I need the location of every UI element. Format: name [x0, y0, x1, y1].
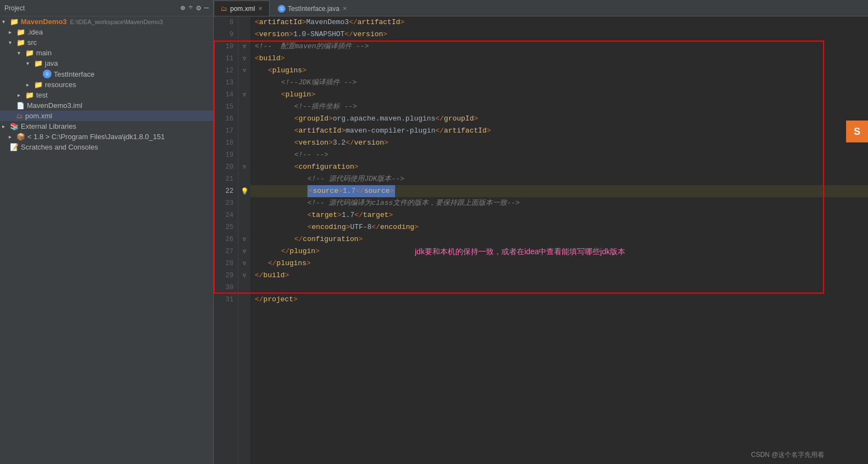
ln-26: 26: [226, 233, 233, 245]
tree-label-resources: resources: [45, 81, 76, 89]
pom-icon: 🗂: [16, 112, 23, 120]
bracket: <: [307, 221, 312, 233]
tree-item-idea[interactable]: ▸ 📁 .idea: [0, 27, 213, 37]
code-line-23: <!-- 源代码编译为class文件的版本，要保持跟上面版本一致-->: [250, 197, 868, 209]
bracket: </: [346, 137, 355, 149]
expand-arrow-test: ▸: [18, 92, 25, 98]
expand-arrow-main: ▾: [18, 50, 25, 56]
bracket: </: [345, 28, 353, 41]
editor-area: 🗂 pom.xml ✕ ① TestInterface.java ✕ 8 9 1…: [214, 0, 868, 464]
bracket: <: [255, 16, 259, 28]
tree-item-testinterface[interactable]: ① TestInterface: [0, 68, 213, 79]
minimize-icon[interactable]: —: [204, 3, 209, 13]
text: org.apache.maven.plugins: [333, 113, 435, 125]
ln-21: 21: [226, 173, 233, 185]
bracket: </: [372, 221, 380, 233]
tree-label-jdk18: < 1.8 > C:\Program Files\Java\jdk1.8.0_1…: [27, 133, 165, 141]
tag: configuration: [299, 161, 354, 173]
tree-item-resources[interactable]: ▸ 📁 resources: [0, 79, 213, 90]
tag: plugin: [285, 89, 311, 101]
tree-item-src[interactable]: ▾ 📁 src: [0, 37, 213, 48]
ln-29: 29: [226, 270, 233, 282]
tree-label-mavendemo3iml: MavenDemo3.iml: [27, 101, 82, 110]
bracket: >: [328, 113, 333, 125]
jdk-icon: 📦: [16, 133, 25, 141]
bracket: </: [435, 113, 444, 125]
bracket: </: [294, 233, 303, 245]
expand-arrow-src: ▾: [9, 39, 16, 45]
fold-10: ▽: [243, 43, 246, 50]
pom-tab-icon: 🗂: [221, 5, 227, 13]
bracket: >: [302, 16, 306, 28]
bracket: </: [281, 245, 290, 257]
sidebar-title: Project: [4, 4, 180, 12]
split-icon[interactable]: ÷: [189, 3, 193, 13]
gutter-26[interactable]: ▽: [238, 233, 250, 245]
tree-item-test[interactable]: ▸ 📁 test: [0, 90, 213, 100]
folder-icon-extlibs: 📚: [10, 122, 19, 130]
folder-icon-idea: 📁: [16, 28, 25, 36]
expand-arrow-java: ▾: [26, 60, 34, 66]
tree-item-extlibs[interactable]: ▸ 📚 External Libraries: [0, 121, 213, 131]
test-tab-icon: ①: [278, 5, 285, 13]
bracket: >: [354, 161, 358, 173]
tree-item-scratches[interactable]: 📝 Scratches and Consoles: [0, 142, 213, 152]
ln-27: 27: [226, 245, 233, 257]
bracket: <: [281, 89, 285, 101]
code-line-10: <!-- 配置maven的编译插件 -->: [250, 41, 868, 53]
tab-test-label: TestInterface.java: [288, 5, 339, 13]
fold-26: ▽: [243, 236, 246, 243]
gutter-20[interactable]: ▽: [238, 161, 250, 173]
comment-10: <!-- 配置maven的编译插件 -->: [255, 41, 369, 53]
code-area[interactable]: <artifactId>MavenDemo3</artifactId> <ver…: [250, 16, 868, 464]
gutter-27[interactable]: ▽: [238, 245, 250, 257]
sogou-input-icon[interactable]: S: [846, 121, 868, 142]
bracket: >: [328, 137, 333, 149]
gutter-8: [238, 16, 250, 28]
fold-14: ▽: [243, 91, 246, 98]
tree-item-main[interactable]: ▾ 📁 main: [0, 48, 213, 58]
add-icon[interactable]: ⊕: [180, 3, 185, 13]
tab-pom-close[interactable]: ✕: [258, 5, 262, 12]
tree-item-pomxml[interactable]: 🗂 pom.xml: [0, 111, 213, 121]
bracket: >: [281, 53, 285, 65]
comment-19: <!-- -->: [294, 149, 328, 161]
folder-icon-main: 📁: [25, 49, 34, 57]
tree-label-src: src: [27, 38, 37, 47]
tag: configuration: [303, 233, 358, 245]
bracket: >: [414, 221, 419, 233]
tree-item-jdk18[interactable]: ▸ 📦 < 1.8 > C:\Program Files\Java\jdk1.8…: [0, 131, 213, 142]
bracket: >: [389, 209, 393, 221]
text: MavenDemo3: [306, 16, 349, 28]
gutter-11[interactable]: ▽: [238, 53, 250, 65]
ln-11: 11: [226, 53, 233, 65]
tree-label-idea: .idea: [27, 28, 43, 36]
gutter-29[interactable]: ▽: [238, 270, 250, 282]
tab-test-close[interactable]: ✕: [342, 5, 347, 12]
tree-label-scratches: Scratches and Consoles: [21, 143, 98, 151]
gutter-10[interactable]: ▽: [238, 41, 250, 53]
tree-label-main: main: [36, 49, 52, 57]
tag: target: [363, 209, 389, 221]
ln-18: 18: [226, 137, 233, 149]
bracket: <: [255, 28, 259, 41]
code-line-12: <plugins>: [250, 65, 868, 77]
tree-item-mavendemo3[interactable]: ▾ 📁 MavenDemo3 E:\IDEA_workspace\MavenDe…: [0, 16, 213, 27]
ln-14: 14: [226, 89, 233, 101]
gutter-14[interactable]: ▽: [238, 89, 250, 101]
bracket: <: [268, 65, 272, 77]
tab-testinterface[interactable]: ① TestInterface.java ✕: [271, 1, 354, 16]
settings-icon[interactable]: ⚙: [196, 3, 201, 13]
gutter-12[interactable]: ▽: [238, 65, 250, 77]
editor-content[interactable]: 8 9 10 11 12 13 14 15 16 17 18 19 20 21 …: [214, 16, 868, 464]
folder-icon-java: 📁: [34, 59, 43, 67]
bracket: >: [311, 89, 316, 101]
tree-label: MavenDemo3: [21, 18, 67, 26]
gutter-28[interactable]: ▽: [238, 257, 250, 270]
tree-item-java[interactable]: ▾ 📁 java: [0, 58, 213, 68]
code-line-8: <artifactId>MavenDemo3</artifactId>: [250, 16, 868, 28]
tree-item-mavendemo3iml[interactable]: 📄 MavenDemo3.iml: [0, 100, 213, 111]
bracket: >: [474, 113, 478, 125]
tab-pom[interactable]: 🗂 pom.xml ✕: [214, 1, 270, 16]
tag: build: [264, 270, 285, 282]
